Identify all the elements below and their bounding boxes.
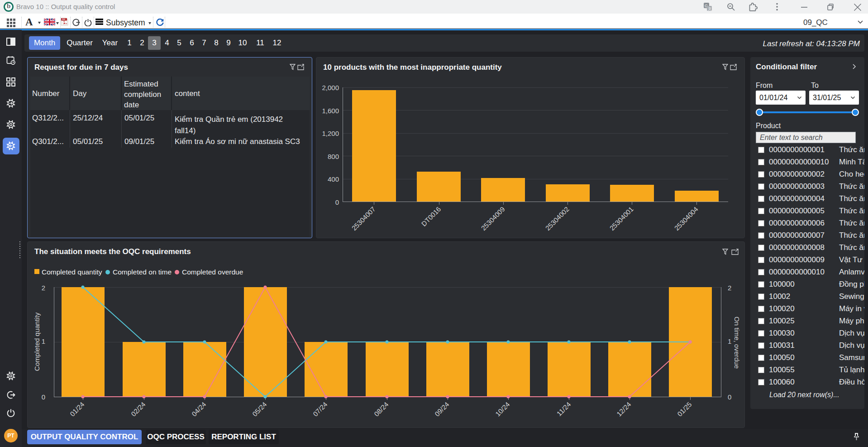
svg-text:文: 文: [708, 7, 712, 11]
svg-text:PDF: PDF: [62, 19, 66, 20]
